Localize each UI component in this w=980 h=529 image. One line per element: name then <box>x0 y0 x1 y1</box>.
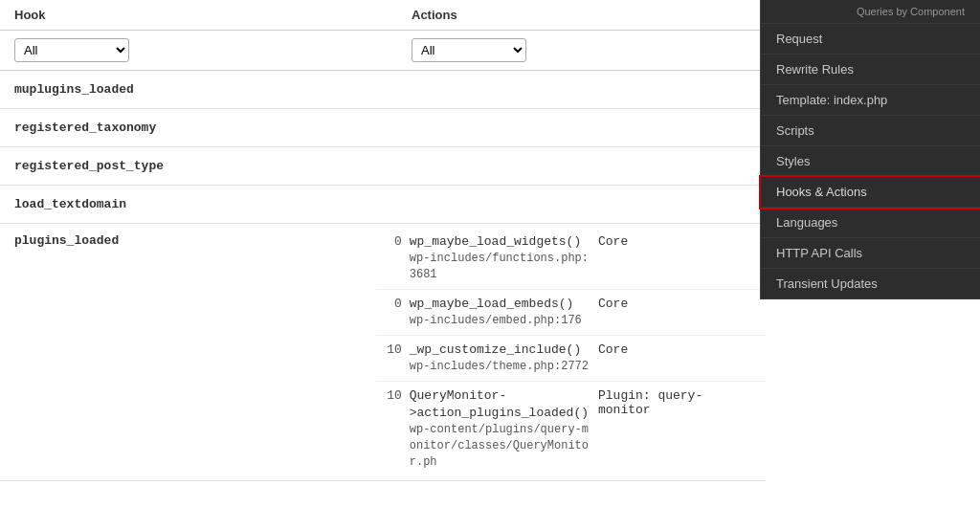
main-table: Hook Actions All All muplugins_loadedreg… <box>0 0 766 529</box>
func-path: wp-includes/functions.php:3681 <box>410 251 589 283</box>
action-func: wp_maybe_load_widgets() wp-includes/func… <box>410 233 589 283</box>
action-entry: 0 wp_maybe_load_embeds() wp-includes/emb… <box>376 290 766 336</box>
func-path: wp-includes/embed.php:176 <box>410 313 589 329</box>
hook-filter[interactable]: All <box>0 38 412 62</box>
action-func: QueryMonitor->action_plugins_loaded() wp… <box>410 387 589 471</box>
action-component: Core <box>589 342 761 357</box>
dropdown-menu-item[interactable]: Languages <box>761 208 980 238</box>
hook-cell: registered_taxonomy <box>0 109 412 146</box>
actions-cell: 0 wp_maybe_load_widgets() wp-includes/fu… <box>376 224 766 480</box>
table-row: load_textdomain <box>0 186 766 224</box>
hook-cell: registered_post_type <box>0 147 412 185</box>
func-path: wp-content/plugins/query-monitor/classes… <box>410 422 589 470</box>
dropdown-partial-header: Queries by Component <box>761 0 980 24</box>
table-header: Hook Actions <box>0 0 766 31</box>
action-component: Plugin: query-monitor <box>589 387 761 417</box>
action-func: wp_maybe_load_embeds() wp-includes/embed… <box>410 296 589 329</box>
hook-cell: load_textdomain <box>0 186 412 223</box>
hook-cell: muplugins_loaded <box>0 71 412 108</box>
action-priority: 0 <box>381 233 410 249</box>
func-name: wp_maybe_load_widgets() <box>410 233 589 251</box>
filter-row: All All <box>0 31 766 71</box>
dropdown-menu-item[interactable]: Template: index.php <box>761 85 980 116</box>
dropdown-menu-item[interactable]: Hooks & Actions <box>761 177 980 208</box>
table-body: muplugins_loadedregistered_taxonomyregis… <box>0 71 766 481</box>
action-component: Core <box>589 233 761 249</box>
action-component: Core <box>589 296 761 311</box>
actions-filter-select[interactable]: All <box>412 38 526 62</box>
dropdown-menu-item[interactable]: Scripts <box>761 116 980 146</box>
action-entry: 0 wp_maybe_load_widgets() wp-includes/fu… <box>376 228 766 290</box>
actions-filter[interactable]: All <box>412 38 766 62</box>
dropdown-menu-item[interactable]: Request <box>761 24 980 55</box>
func-name: wp_maybe_load_embeds() <box>410 296 589 313</box>
dropdown-menu-item[interactable]: Transient Updates <box>761 269 980 299</box>
dropdown-menu-item[interactable]: Rewrite Rules <box>761 55 980 85</box>
table-row: registered_post_type <box>0 147 766 186</box>
table-row: plugins_loaded 0 wp_maybe_load_widgets()… <box>0 224 766 481</box>
actions-column-header: Actions <box>412 8 766 22</box>
func-name: _wp_customize_include() <box>410 342 589 359</box>
func-name: QueryMonitor->action_plugins_loaded() <box>410 387 589 422</box>
func-path: wp-includes/theme.php:2772 <box>410 359 589 375</box>
dropdown-menu-item[interactable]: Styles <box>761 146 980 177</box>
hook-cell: plugins_loaded <box>0 224 376 480</box>
dropdown-menu: Queries by Component RequestRewrite Rule… <box>760 0 980 299</box>
hook-filter-select[interactable]: All <box>14 38 129 62</box>
action-priority: 0 <box>381 296 410 311</box>
table-row: muplugins_loaded <box>0 71 766 109</box>
action-func: _wp_customize_include() wp-includes/them… <box>410 342 589 375</box>
table-row: registered_taxonomy <box>0 109 766 147</box>
action-entry: 10 QueryMonitor->action_plugins_loaded()… <box>376 382 766 476</box>
dropdown-menu-item[interactable]: HTTP API Calls <box>761 238 980 269</box>
action-priority: 10 <box>381 387 410 403</box>
action-priority: 10 <box>381 342 410 357</box>
hook-column-header: Hook <box>0 8 412 22</box>
action-entry: 10 _wp_customize_include() wp-includes/t… <box>376 336 766 382</box>
